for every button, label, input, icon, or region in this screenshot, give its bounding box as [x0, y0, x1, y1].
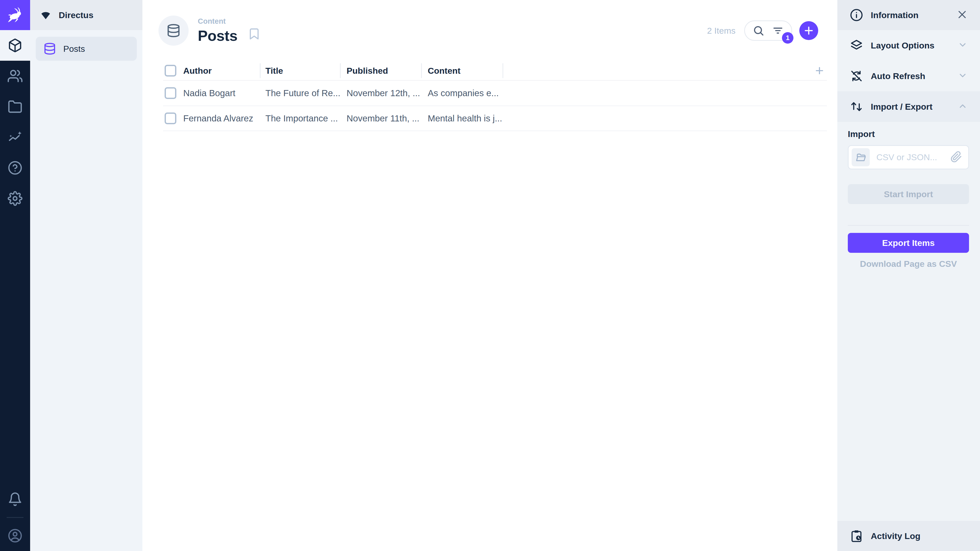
- module-documentation[interactable]: [0, 152, 30, 183]
- bookmark-button[interactable]: [248, 27, 261, 41]
- cell-content: Mental health is j...: [422, 106, 503, 130]
- import-label: Import: [848, 129, 969, 139]
- users-icon: [8, 68, 22, 83]
- import-file-input[interactable]: [877, 152, 944, 162]
- row-checkbox[interactable]: [165, 87, 177, 99]
- chevron-up-icon: [958, 101, 967, 112]
- import-file-field[interactable]: [848, 145, 969, 169]
- plus-icon: [814, 65, 825, 76]
- section-label: Auto Refresh: [871, 71, 950, 81]
- account-button[interactable]: [0, 520, 30, 551]
- user-circle-icon: [8, 528, 22, 543]
- panel-divider: [848, 225, 969, 226]
- info-icon: [850, 8, 863, 22]
- cell-published: November 11th, ...: [341, 106, 422, 130]
- insights-icon: [8, 130, 22, 144]
- column-label: Published: [347, 66, 388, 76]
- cell-published: November 12th, ...: [341, 81, 422, 106]
- bookmark-icon: [248, 27, 261, 41]
- page-title: Posts: [198, 27, 237, 44]
- module-bar: [0, 0, 30, 551]
- module-bar-spacer: [0, 214, 30, 484]
- start-import-button[interactable]: Start Import: [848, 184, 969, 204]
- cell-title: The Importance ...: [261, 106, 341, 130]
- table-row[interactable]: Nadia Bogart The Future of Re... Novembe…: [163, 80, 827, 106]
- select-all-checkbox[interactable]: [165, 65, 177, 76]
- right-sidebar: Information Layout Options Auto Refr: [837, 0, 980, 551]
- activity-log-icon: [850, 529, 863, 543]
- sync-disabled-icon: [850, 69, 863, 83]
- module-settings[interactable]: [0, 183, 30, 214]
- notifications-button[interactable]: [0, 484, 30, 514]
- module-content[interactable]: [0, 30, 30, 61]
- close-icon: [957, 9, 967, 20]
- collection-badge: [159, 16, 189, 46]
- cell-author: Fernanda Alvarez: [183, 106, 261, 130]
- add-item-button[interactable]: [799, 21, 818, 40]
- add-column-button[interactable]: [814, 65, 825, 76]
- bell-icon: [8, 492, 22, 507]
- gear-icon: [8, 191, 22, 206]
- cell-title: The Future of Re...: [261, 81, 341, 106]
- sidebar-item-posts[interactable]: Posts: [36, 37, 137, 61]
- items-table: Author Title Published Content Nadia Bog…: [163, 61, 827, 131]
- folder-icon: [8, 99, 22, 114]
- browse-files-button[interactable]: [852, 148, 870, 166]
- title-block: Content Posts: [198, 17, 237, 44]
- paperclip-icon[interactable]: [950, 151, 962, 164]
- module-insights[interactable]: [0, 122, 30, 152]
- chevron-down-icon: [958, 40, 967, 51]
- signal-fan-icon: [39, 9, 52, 21]
- sidebar-section-information[interactable]: Information: [837, 0, 980, 30]
- module-user-directory[interactable]: [0, 61, 30, 91]
- import-export-panel: Import Start Import Export Items Downloa…: [837, 122, 980, 269]
- module-bar-divider: [6, 517, 24, 518]
- filter-icon[interactable]: [772, 25, 784, 37]
- plus-icon: [803, 25, 815, 37]
- section-label: Import / Export: [871, 102, 950, 112]
- sidebar-spacer: [837, 269, 980, 521]
- items-count: 2 Items: [707, 26, 735, 36]
- chevron-down-icon: [958, 71, 967, 81]
- sidebar-section-auto-refresh[interactable]: Auto Refresh: [837, 61, 980, 91]
- directus-logo-button[interactable]: [0, 0, 30, 30]
- breadcrumb[interactable]: Content: [198, 17, 237, 25]
- main-content: Content Posts 2 Items 1: [142, 0, 837, 551]
- project-name: Directus: [59, 10, 94, 20]
- directus-app: Directus Posts Content Posts: [0, 0, 980, 551]
- select-all-cell: [163, 61, 183, 80]
- layers-icon: [850, 39, 863, 52]
- database-icon: [166, 24, 181, 38]
- search-filter-pill: 1: [744, 21, 792, 41]
- row-select-cell: [163, 81, 183, 106]
- help-icon: [8, 160, 22, 175]
- table-row[interactable]: Fernanda Alvarez The Importance ... Nove…: [163, 106, 827, 131]
- section-label: Information: [871, 10, 949, 20]
- column-header-published[interactable]: Published: [341, 63, 422, 78]
- directus-rabbit-logo: [6, 6, 24, 24]
- download-csv-link[interactable]: Download Page as CSV: [848, 259, 969, 269]
- table-header-row: Author Title Published Content: [163, 61, 827, 80]
- project-header[interactable]: Directus: [30, 0, 142, 30]
- row-checkbox[interactable]: [165, 113, 177, 124]
- export-items-button[interactable]: Export Items: [848, 233, 969, 253]
- sidebar-section-import-export[interactable]: Import / Export: [837, 91, 980, 122]
- column-label: Content: [428, 66, 460, 76]
- sidebar-section-layout-options[interactable]: Layout Options: [837, 30, 980, 61]
- import-export-icon: [850, 100, 863, 113]
- column-header-title[interactable]: Title: [261, 63, 341, 78]
- column-header-content[interactable]: Content: [422, 63, 503, 78]
- column-header-author[interactable]: Author: [183, 63, 261, 78]
- box-icon: [8, 38, 22, 53]
- cell-author: Nadia Bogart: [183, 81, 261, 106]
- column-label: Title: [266, 66, 283, 76]
- sidebar-section-activity-log[interactable]: Activity Log: [837, 521, 980, 551]
- sidebar-item-label: Posts: [63, 44, 85, 54]
- close-sidebar-button[interactable]: [957, 9, 967, 21]
- search-icon[interactable]: [752, 25, 764, 37]
- row-select-cell: [163, 106, 183, 130]
- page-header: Content Posts 2 Items 1: [142, 0, 837, 61]
- module-file-library[interactable]: [0, 91, 30, 122]
- nav-sidebar: Directus Posts: [30, 0, 142, 551]
- column-label: Author: [183, 66, 212, 76]
